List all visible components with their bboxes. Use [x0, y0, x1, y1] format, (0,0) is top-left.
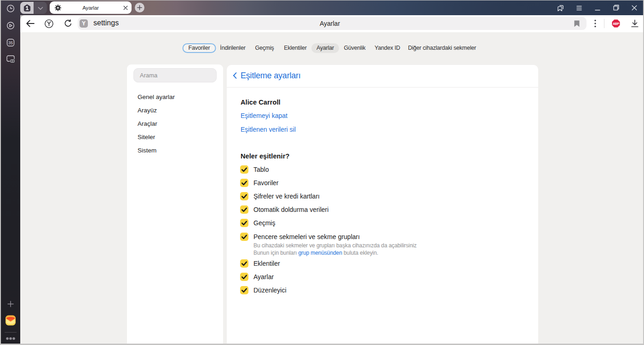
svg-text:35: 35: [8, 41, 13, 45]
svg-text:ABP: ABP: [613, 22, 619, 25]
